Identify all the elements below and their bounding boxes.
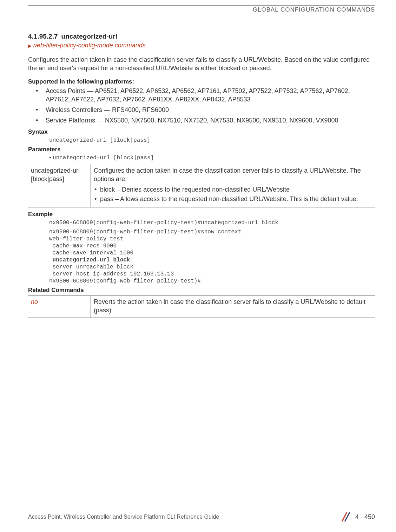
breadcrumb-arrow-icon: ▶	[28, 43, 32, 48]
breadcrumb[interactable]: ▶web-filter-policy-config-mode commands	[28, 42, 375, 49]
supported-list: Access Points — AP6521, AP6522, AP6532, …	[28, 87, 375, 125]
related-heading: Related Commands	[28, 287, 375, 294]
example-code-block: nx9500-6C8809(config-web-filter-policy-t…	[49, 228, 375, 285]
param-desc-intro: Configures the action taken in case the …	[94, 166, 371, 184]
list-item: Service Platforms — NX5500, NX7500, NX75…	[46, 116, 375, 125]
example-heading: Example	[28, 211, 375, 218]
page-footer: Access Point, Wireless Controller and Se…	[0, 512, 396, 522]
parameters-table: uncategorized-url [block|pass] Configure…	[28, 164, 375, 207]
syntax-heading: Syntax	[28, 128, 375, 135]
intro-paragraph: Configures the action taken in case the …	[28, 55, 375, 73]
page-number: 4 - 450	[355, 513, 375, 521]
list-item: Access Points — AP6521, AP6522, AP6532, …	[46, 87, 375, 104]
example-code-1: nx9500-6C8809(config-web-filter-policy-t…	[49, 219, 375, 226]
parameters-bullet: uncategorized-url [block|pass]	[49, 154, 375, 161]
svg-line-0	[342, 512, 347, 521]
list-item: pass – Allows access to the requested no…	[94, 195, 371, 203]
related-desc: Reverts the action taken in case the cla…	[91, 295, 375, 318]
param-desc: Configures the action taken in case the …	[91, 164, 375, 207]
breadcrumb-text: web-filter-policy-config-mode commands	[32, 42, 146, 49]
section-heading: 4.1.95.2.7uncategorized-url	[28, 33, 375, 40]
page-header-category: GLOBAL CONFIGURATION COMMANDS	[28, 6, 375, 13]
table-row: uncategorized-url [block|pass] Configure…	[28, 164, 375, 207]
related-table: no Reverts the action taken in case the …	[28, 295, 375, 318]
list-item: Wireless Controllers — RFS4000, RFS6000	[46, 106, 375, 114]
section-title: uncategorized-url	[61, 33, 117, 40]
svg-line-1	[345, 512, 350, 521]
param-name: uncategorized-url [block|pass]	[28, 164, 91, 207]
footer-slash-icon	[338, 512, 350, 522]
footer-guide-title: Access Point, Wireless Controller and Se…	[28, 514, 219, 520]
list-item: block – Denies access to the requested n…	[94, 185, 371, 194]
table-row: no Reverts the action taken in case the …	[28, 295, 375, 318]
supported-heading: Supported in the following platforms:	[28, 78, 375, 85]
parameters-heading: Parameters	[28, 146, 375, 153]
syntax-code: uncategorized-url [block|pass]	[49, 137, 375, 144]
related-cmd[interactable]: no	[28, 295, 91, 318]
section-number: 4.1.95.2.7	[28, 33, 58, 40]
